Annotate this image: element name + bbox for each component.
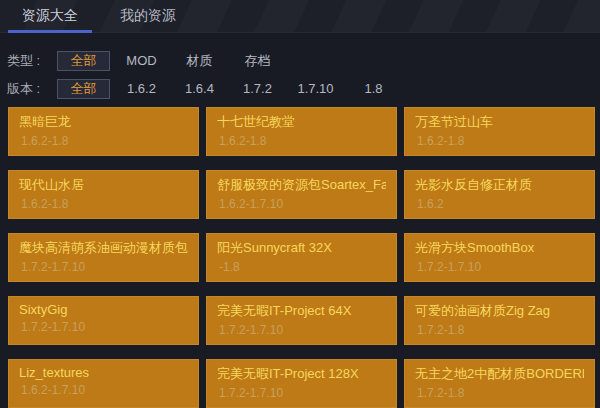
resource-card-version: 1.7.2-1.8: [415, 323, 584, 337]
resource-card-title: 舒服极致的资源包Soartex_Fanver: [217, 176, 386, 194]
resource-card-version: 1.6.2-1.8: [217, 134, 386, 148]
resource-card-version: 1.7.2-1.7.10: [19, 320, 188, 334]
resource-card[interactable]: 阳光Sunnycraft 32X-1.8: [206, 233, 397, 282]
filter-option[interactable]: 存档: [231, 51, 284, 71]
resource-card-version: 1.6.2-1.7.10: [217, 197, 386, 211]
filter-row: 版本 :全部1.6.21.6.41.7.21.7.101.8: [7, 79, 600, 99]
resource-card-title: 现代山水居: [19, 176, 188, 194]
resource-card[interactable]: 无主之地2中配材质BORDERLAN...1.7.2-1.8: [404, 359, 595, 408]
resource-card[interactable]: 舒服极致的资源包Soartex_Fanver1.6.2-1.7.10: [206, 170, 397, 219]
filter-option[interactable]: 1.6.4: [173, 79, 226, 99]
filter-row: 类型 :全部MOD材质存档: [7, 51, 600, 71]
filter-option[interactable]: 全部: [57, 51, 110, 71]
resource-card-title: 阳光Sunnycraft 32X: [217, 239, 386, 257]
resource-card-version: 1.7.2-1.8: [415, 386, 584, 400]
resource-card[interactable]: 万圣节过山车1.6.2-1.8: [404, 107, 595, 156]
resource-card[interactable]: 十七世纪教堂1.6.2-1.8: [206, 107, 397, 156]
resource-card-title: 十七世纪教堂: [217, 113, 386, 131]
resource-card-title: SixtyGig: [19, 302, 188, 317]
filter-option[interactable]: MOD: [115, 51, 168, 71]
resource-card-version: 1.7.2-1.7.10: [217, 323, 386, 337]
filter-panel: 类型 :全部MOD材质存档版本 :全部1.6.21.6.41.7.21.7.10…: [0, 33, 600, 99]
resource-card-version: 1.6.2-1.8: [19, 134, 188, 148]
resource-card-title: 无主之地2中配材质BORDERLAN...: [415, 365, 584, 383]
filter-label: 版本 :: [7, 80, 57, 98]
filter-option[interactable]: 材质: [173, 51, 226, 71]
resource-card[interactable]: 光影水反自修正材质1.6.2: [404, 170, 595, 219]
resource-card-version: 1.6.2: [415, 197, 584, 211]
tab-resource-all-label: 资源大全: [22, 7, 78, 25]
resource-card-version: 1.6.2-1.8: [415, 134, 584, 148]
resource-card-version: 1.6.2-1.7.10: [19, 383, 188, 397]
resource-card[interactable]: 魔块高清萌系油画动漫材质包128X1.7.2-1.7.10: [8, 233, 199, 282]
resource-card-version: -1.8: [217, 260, 386, 274]
resource-card-title: Liz_textures: [19, 365, 188, 380]
resource-card[interactable]: 可爱的油画材质Zig Zag1.7.2-1.8: [404, 296, 595, 345]
tab-bar: 资源大全 我的资源: [0, 0, 600, 33]
resource-card-grid: 黑暗巨龙1.6.2-1.8十七世纪教堂1.6.2-1.8万圣节过山车1.6.2-…: [8, 107, 595, 408]
filter-option[interactable]: 1.6.2: [115, 79, 168, 99]
resource-card-title: 魔块高清萌系油画动漫材质包128X: [19, 239, 188, 257]
resource-card[interactable]: 完美无暇IT-Project 128X1.7.2-1.7.10: [206, 359, 397, 408]
resource-card-version: 1.6.2-1.8: [19, 197, 188, 211]
resource-card-title: 完美无暇IT-Project 128X: [217, 365, 386, 383]
resource-card[interactable]: 现代山水居1.6.2-1.8: [8, 170, 199, 219]
resource-card-title: 光影水反自修正材质: [415, 176, 584, 194]
resource-card[interactable]: Liz_textures1.6.2-1.7.10: [8, 359, 199, 408]
tab-resource-all[interactable]: 资源大全: [8, 0, 92, 32]
resource-card-version: 1.7.2-1.7.10: [415, 260, 584, 274]
filter-label: 类型 :: [7, 52, 57, 70]
filter-option[interactable]: 1.8: [347, 79, 400, 99]
resource-card[interactable]: SixtyGig1.7.2-1.7.10: [8, 296, 199, 345]
resource-card-title: 可爱的油画材质Zig Zag: [415, 302, 584, 320]
tab-my-resources-label: 我的资源: [120, 7, 176, 25]
filter-option[interactable]: 全部: [57, 79, 110, 99]
resource-card-title: 黑暗巨龙: [19, 113, 188, 131]
resource-card[interactable]: 黑暗巨龙1.6.2-1.8: [8, 107, 199, 156]
resource-card[interactable]: 完美无暇IT-Project 64X1.7.2-1.7.10: [206, 296, 397, 345]
filter-option[interactable]: 1.7.2: [231, 79, 284, 99]
tab-my-resources[interactable]: 我的资源: [106, 0, 190, 32]
resource-card-version: 1.7.2-1.7.10: [217, 386, 386, 400]
resource-card-version: 1.7.2-1.7.10: [19, 260, 188, 274]
resource-card[interactable]: 光滑方块SmoothBox1.7.2-1.7.10: [404, 233, 595, 282]
resource-card-title: 完美无暇IT-Project 64X: [217, 302, 386, 320]
resource-card-title: 光滑方块SmoothBox: [415, 239, 584, 257]
filter-option[interactable]: 1.7.10: [289, 79, 342, 99]
resource-card-title: 万圣节过山车: [415, 113, 584, 131]
